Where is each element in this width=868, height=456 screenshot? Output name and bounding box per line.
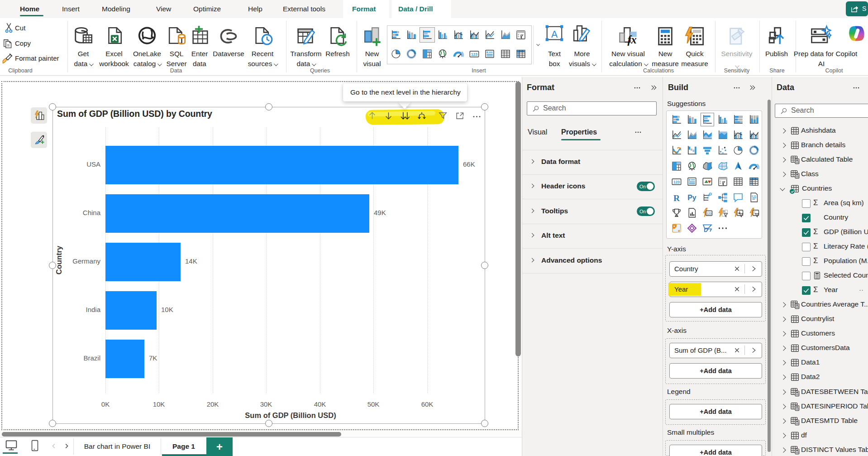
- svg-text:123: 123: [673, 180, 680, 184]
- svg-text:A: A: [551, 29, 558, 40]
- svg-text:fx: fx: [627, 34, 636, 46]
- svg-text:123: 123: [706, 212, 712, 215]
- svg-text:Py: Py: [687, 194, 696, 202]
- svg-text:R: R: [673, 193, 680, 203]
